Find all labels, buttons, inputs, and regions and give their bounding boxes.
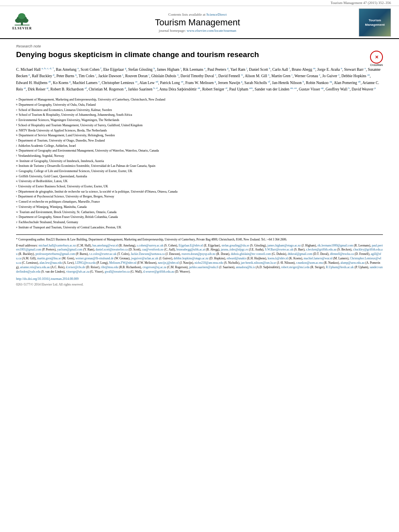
affiliation-q: q University of Bedfordshire, Luton, UK [16,179,383,184]
email-arana[interactable]: jarana_tides@ulpgc.es [221,248,248,251]
affiliation-k: k Department of Geography and Environmen… [16,148,383,153]
email-pomering[interactable]: alump@uow.edu.au [341,261,365,265]
email-gronau[interactable]: werner.gronau@fh-stralsund.de [76,257,114,260]
journal-cover-thumbnail: Tourism Management [359,8,391,37]
email-koens[interactable]: koens.k@nhtv.nl [267,257,288,260]
emails-content: michael.hall@canterbury.ac.nz (C.M. Hall… [16,244,383,273]
article-title: Denying bogus skepticism in climate chan… [16,50,366,60]
affiliations-section: a Department of Management, Marketing an… [16,97,383,230]
affiliation-t: t Department of Psychosocial Science, Un… [16,194,383,199]
affiliation-z: z Institute of Transport and Tourism, Un… [16,225,383,230]
email-wall[interactable]: gwall@uwaterloo.ca [105,270,130,273]
email-reis[interactable]: arianne.reis@acu.edu.au [20,265,50,269]
email-hopkins[interactable]: debbie.hopkins@otago.ac.nz [174,257,209,260]
corresponding-author-note: * Corresponding author. Rm221 Business &… [16,237,383,242]
affiliation-l: l Vestlandsforsking, Sogndal, Norway [16,154,383,158]
page: Tourism Management 47 (2015) 352–356 ELS… [0,0,399,532]
email-addresses: E-mail addresses: michael.hall@canterbur… [16,244,383,274]
email-richardson[interactable]: ribr@msu.edu [101,265,118,269]
sciencedirect-notice: Contents lists available at ScienceDirec… [44,12,351,16]
email-lamers[interactable]: machiel.lamers@wur.nl [304,257,332,260]
email-saethorsdottir[interactable]: annadora@hi.is [236,265,255,269]
affiliation-p: p Griffith University, Gold Coast, Queen… [16,174,383,179]
journal-center-header: Contents lists available at ScienceDirec… [36,12,359,33]
email-duval[interactable]: dtduval@gmail.com [288,252,312,256]
email-fennell[interactable]: dfennell@trocku.ca [330,252,354,256]
affiliation-g: g NHTV Breda University of Applied Scien… [16,128,383,133]
affiliation-o: o Geography, College of Life and Environ… [16,169,383,174]
email-becken[interactable]: s.becken@griffith.edu.au [306,248,337,251]
affiliation-s: s Département de géographie, Institut de… [16,189,383,194]
affiliation-r: r University of Exeter Business School, … [16,184,383,189]
email-nunkoo[interactable]: r.nunkoo@uom.ac.mu [296,261,323,265]
email-huijbens[interactable]: edward@unakis [227,257,247,260]
sciencedirect-link[interactable]: ScienceDirect [206,12,226,16]
email-eijgelaar[interactable]: Eijgelaar.E@nhtv.nl [179,244,203,247]
email-weaver[interactable]: d.weaver@griffith.edu.au [143,270,174,273]
crossmark-badge: ✕ CrossMark [370,51,383,66]
email-upham[interactable]: R.Upham@leeds.ac.uk [326,265,354,269]
email-nawijn[interactable]: nawijn.j@nhtv.nl [158,261,179,265]
affiliation-d: d School of Tourism & Hospitality, Unive… [16,113,383,117]
sciencedirect-prefix: Contents lists available at [169,12,206,16]
crossmark-label: CrossMark [370,64,383,66]
affiliation-m: m Institute of Geography, University of … [16,159,383,164]
email-long[interactable]: LDNG@ecu.edu [75,261,96,265]
affiliation-w: w Tourism and Environment, Brock Univers… [16,210,383,215]
email-label: E-mail addresses: [16,244,38,247]
email-cohen[interactable]: s.cohen@surrey.ac.uk [137,244,163,247]
footer-notes-section: * Corresponding author. Rm221 Business &… [16,234,383,287]
email-gossling[interactable]: stefan.gosaling@slu.se [222,244,249,247]
elsevier-logo: ELSEVIER [8,12,36,33]
homepage-url[interactable]: www.elsevier.com/locate/tourman [187,29,236,33]
email-leemans[interactable]: rik.leemans1000@gmail.com [317,244,353,247]
affiliation-h: h Department of Service Management, Lund… [16,133,383,138]
email-amelung[interactable]: bas.amelung@wur.nl [93,244,118,247]
homepage-prefix: journal homepage: [159,29,186,33]
issn-line: 0261-5177/© 2014 Elsevier Ltd. All right… [16,282,383,287]
journal-homepage: journal homepage: www.elsevier.com/locat… [44,29,351,33]
article-section-label: Research note [16,44,383,48]
svg-point-4 [18,13,25,19]
email-melissen[interactable]: Melissen.FW@nhtv.nl [109,261,137,265]
svg-rect-5 [15,25,30,25]
email-coles[interactable]: t.e.coles@exeter.ac.uk [89,252,116,256]
email-lew[interactable]: alan.lew@nau.edu [39,261,62,265]
elsevier-branding: ELSEVIER [8,12,36,33]
email-hall[interactable]: michael.hall@canterbury.ac.nz [39,244,76,247]
crossmark-icon: ✕ [370,51,383,64]
email-ram[interactable]: yaelram@gmail.com [57,248,82,251]
email-guiver[interactable]: jwguiver@uclan.ac.uk [131,257,158,260]
email-nicholls[interactable]: nicho210@anr.msu.edu [195,261,223,265]
journal-title-display: Tourism Management [44,17,351,28]
email-dubois[interactable]: dubois.ghislain@tec-conseil.com [231,252,271,256]
affiliation-i: i Department of Tourism, University of O… [16,138,383,143]
email-steiger[interactable]: robert.steiger@mci.edu [281,265,310,269]
email-rogerson[interactable]: crogerson@uj.ac.za [142,265,166,269]
journal-header: ELSEVIER Contents lists available at Sci… [0,6,399,39]
doi-link[interactable]: http://dx.doi.org/10.1016/j.tourman.2014… [16,277,383,281]
svg-point-3 [23,18,29,23]
email-barr[interactable]: S.W.Barr@exeter.ac.uk [265,248,293,251]
email-scott[interactable]: daniel.scott@uwaterloo.ca [96,248,128,251]
email-higham[interactable]: james.higham@otago.ac.nz [267,244,301,247]
email-abegg[interactable]: brunoabegg@uibk.ac.at [177,248,205,251]
affiliation-j: j Ashkelon Academic College, Ashkelon, I… [16,144,383,148]
email-doran[interactable]: rouven.doran@psysp.uib.no [181,252,216,256]
email-reiser[interactable]: d.reiser@cbs.de [66,265,85,269]
email-aall[interactable]: caa@vestforsk.no [142,248,164,251]
email-visser[interactable]: visserge@ufs.ac.za [66,270,89,273]
authors-section: C. Michael Hall a, b, c, d, *, Bas Amelu… [16,66,383,92]
elsevier-tree-icon [12,12,32,27]
elsevier-wordmark: ELSEVIER [12,27,32,30]
doi-section: http://dx.doi.org/10.1016/j.tourman.2014… [16,277,383,281]
svg-point-2 [15,18,21,23]
email-nilsson[interactable]: jan-henrik.nilsson@ism.lu.se [241,261,276,265]
email-gren[interactable]: martin.gren@lnu.se [37,257,61,260]
affiliation-e: e Environmental Sciences, Wageningen Uni… [16,118,383,123]
email-burns[interactable]: professorpeterburns@gmail.com [35,252,75,256]
email-dawson[interactable]: Jackie.Dawson@uottawa.ca [131,252,165,256]
affiliation-f: f School of Hospitality and Tourism Mana… [16,123,383,128]
article-content: Research note Denying bogus skepticism i… [0,39,399,291]
email-saarinen[interactable]: jarkko.saarinen@oulu.fi [189,265,218,269]
